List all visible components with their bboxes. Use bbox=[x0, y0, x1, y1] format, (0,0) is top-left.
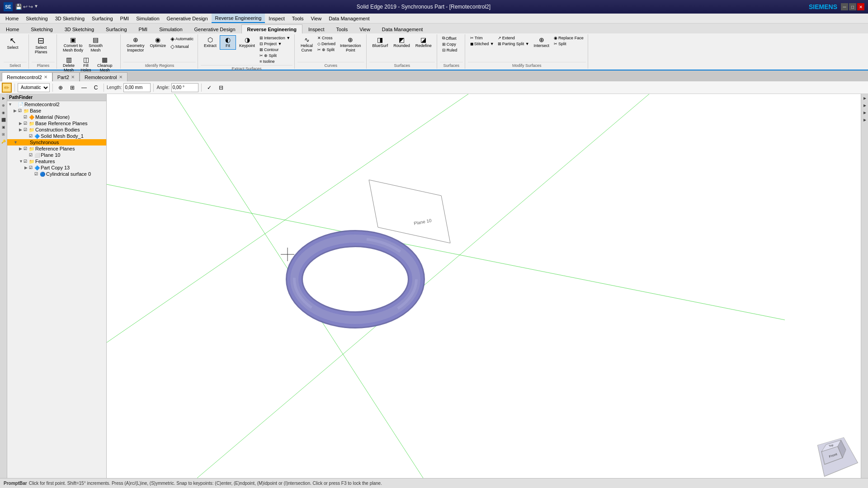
close-button[interactable]: ✕ bbox=[857, 3, 864, 10]
tree-expand[interactable]: ▶ bbox=[24, 165, 29, 170]
menu-item-simulation[interactable]: Simulation bbox=[132, 14, 163, 23]
right-btn-4[interactable]: ▶ bbox=[862, 117, 868, 123]
ribbon-tab-home[interactable]: Home bbox=[0, 24, 25, 33]
menu-item-surfacing[interactable]: Surfacing bbox=[88, 14, 116, 23]
convert-mesh-button[interactable]: ▣ Convert toMesh Body bbox=[61, 35, 85, 54]
left-btn-3[interactable]: ◉ bbox=[0, 109, 7, 116]
ribbon-tab-tools[interactable]: Tools bbox=[330, 24, 354, 33]
tree-expand[interactable]: ▶ bbox=[19, 127, 24, 132]
snap-btn-3[interactable]: — bbox=[79, 83, 89, 93]
draw-line-tool[interactable]: ✏ bbox=[2, 83, 12, 93]
split3-button[interactable]: ✂ Split bbox=[552, 41, 585, 47]
ribbon-tab-reverse-engineering[interactable]: Reverse Engineering bbox=[241, 24, 302, 33]
menu-item-reverse-engineering[interactable]: Reverse Engineering bbox=[212, 14, 265, 23]
extract-button[interactable]: ⬡ Extract bbox=[202, 35, 219, 50]
ribbon-tab-inspect[interactable]: Inspect bbox=[302, 24, 330, 33]
left-btn-4[interactable]: ⬛ bbox=[0, 117, 7, 123]
doc-tab-close[interactable]: ✕ bbox=[44, 75, 47, 80]
maximize-button[interactable]: □ bbox=[849, 3, 856, 10]
tree-item-plane10[interactable]: ☑⬜Plane 10 bbox=[7, 152, 106, 158]
tree-item-material[interactable]: ☑🔶Material (None) bbox=[7, 114, 106, 120]
left-btn-2[interactable]: ⊕ bbox=[0, 102, 7, 108]
ribbon-tab-generative-design[interactable]: Generative Design bbox=[189, 24, 241, 33]
tree-item-solid-mesh[interactable]: ☑🔷Solid Mesh Body_1 bbox=[7, 133, 106, 139]
extend-button[interactable]: ↗ Extend bbox=[496, 35, 531, 41]
window-controls[interactable]: ─ □ ✕ bbox=[841, 3, 864, 10]
menu-item-pmi[interactable]: PMI bbox=[117, 14, 133, 23]
menu-item-inspect[interactable]: Inspect bbox=[265, 14, 288, 23]
length-input[interactable] bbox=[123, 83, 151, 92]
angle-input[interactable] bbox=[171, 83, 198, 92]
bluesurf-button[interactable]: ◨ BlueSurf bbox=[370, 35, 391, 50]
left-btn-5[interactable]: ▣ bbox=[0, 124, 7, 130]
delete-mesh-button[interactable]: ▥ DeleteMesh bbox=[61, 55, 77, 74]
doc-tab-close[interactable]: ✕ bbox=[119, 75, 123, 80]
planes-button[interactable]: ⊟ SelectPlanes bbox=[33, 35, 50, 56]
redefine-button[interactable]: ◪ Redefine bbox=[413, 35, 434, 50]
cleanup-mesh-button[interactable]: ▦ CleanupMesh bbox=[95, 55, 115, 74]
tree-check[interactable]: ☑ bbox=[29, 153, 34, 157]
ribbon-tab-view[interactable]: View bbox=[354, 24, 376, 33]
tree-item-cylindrical[interactable]: ☑🔵Cylindrical surface 0 bbox=[7, 171, 106, 177]
offset-button[interactable]: ⧉ Offset bbox=[441, 35, 459, 41]
menu-item-tools[interactable]: Tools bbox=[288, 14, 307, 23]
derived-button[interactable]: ◇ Derived bbox=[316, 41, 337, 47]
right-btn-2[interactable]: ▶ bbox=[862, 102, 868, 108]
snap-btn-4[interactable]: C bbox=[91, 83, 101, 93]
tree-expand[interactable]: ▼ bbox=[14, 140, 18, 145]
geometry-inspector-button[interactable]: ⊕ GeometryInspector bbox=[124, 35, 147, 54]
cross-button[interactable]: ✕ Cross bbox=[316, 35, 337, 41]
select-button[interactable]: ↖ Select bbox=[5, 35, 21, 52]
tree-expand[interactable]: ▶ bbox=[19, 146, 24, 151]
ruled-button[interactable]: ⊟ Ruled bbox=[441, 47, 459, 53]
split2-button[interactable]: ✂ ⊕ Split bbox=[316, 47, 337, 52]
replace-face-button[interactable]: ◉ Replace Face bbox=[552, 35, 585, 41]
right-btn-3[interactable]: ▶ bbox=[862, 109, 868, 116]
intersect-button[interactable]: ⊕ Intersect bbox=[532, 35, 552, 50]
tree-check[interactable]: ☑ bbox=[24, 127, 29, 132]
tree-item-base-ref-planes[interactable]: ▶☑📁Base Reference Planes bbox=[7, 120, 106, 127]
tree-item-synchronous[interactable]: ▼Synchronous bbox=[7, 139, 106, 145]
ribbon-tab-3d-sketching[interactable]: 3D Sketching bbox=[59, 24, 100, 33]
fit-button[interactable]: ◐ Fit bbox=[220, 35, 236, 50]
fill-holes-button[interactable]: ◫ FillHoles bbox=[78, 55, 94, 74]
tree-item-construction[interactable]: ▶☑📁Construction Bodies bbox=[7, 127, 106, 133]
tree-item-partcopy13[interactable]: ▶☑🔷Part Copy 13 bbox=[7, 164, 106, 171]
tree-expand[interactable]: ▶ bbox=[19, 121, 24, 126]
intersection-button[interactable]: ⊞ Intersection ▼ bbox=[258, 35, 292, 41]
menu-item-sketching[interactable]: Sketching bbox=[22, 14, 51, 23]
menu-item-data-management[interactable]: Data Management bbox=[325, 14, 373, 23]
menu-item-view[interactable]: View bbox=[307, 14, 326, 23]
menu-item-home[interactable]: Home bbox=[2, 14, 22, 23]
split-button[interactable]: ✂ ⊕ Split bbox=[258, 53, 292, 58]
ribbon-tab-surfacing[interactable]: Surfacing bbox=[100, 24, 132, 33]
tree-item-ref-planes[interactable]: ▶☑📁Reference Planes bbox=[7, 145, 106, 152]
cancel-button[interactable]: ⊟ bbox=[216, 83, 226, 93]
doc-tab-remotecontrol2[interactable]: Remotecontrol2✕ bbox=[2, 72, 52, 81]
parting-split-button[interactable]: ⊠ Parting Split ▼ bbox=[496, 41, 531, 47]
ribbon-tab-sketching[interactable]: Sketching bbox=[25, 24, 58, 33]
project-button[interactable]: ⊟ Project ▼ bbox=[258, 41, 292, 47]
tree-check[interactable]: ☑ bbox=[29, 165, 34, 170]
doc-tab-close[interactable]: ✕ bbox=[71, 75, 75, 80]
ribbon-tab-data-management[interactable]: Data Management bbox=[376, 24, 429, 33]
intersection-point-button[interactable]: ⊕ IntersectionPoint bbox=[338, 35, 363, 54]
tree-check[interactable]: ☑ bbox=[24, 159, 29, 164]
tree-check[interactable]: ☑ bbox=[24, 146, 29, 151]
mode-select[interactable]: Automatic Manual bbox=[18, 83, 50, 92]
tree-check[interactable]: ☑ bbox=[24, 121, 29, 126]
stitched-button[interactable]: ◼ Stitched ▼ bbox=[469, 41, 495, 47]
left-btn-1[interactable]: ▶ bbox=[0, 95, 7, 101]
left-btn-6[interactable]: ⊞ bbox=[0, 131, 7, 137]
viewcube[interactable]: Front Top bbox=[817, 437, 858, 477]
ribbon-tab-pmi[interactable]: PMI bbox=[133, 24, 154, 33]
tree-expand[interactable]: ▼ bbox=[8, 102, 13, 107]
contour-button[interactable]: ⊠ Contour bbox=[258, 47, 292, 52]
keypoint-button[interactable]: ◑ Keypoint bbox=[237, 35, 257, 50]
doc-tab-remotecontrol[interactable]: Remotecontrol✕ bbox=[80, 72, 127, 81]
helical-curve-button[interactable]: ∿ HelicalCurve bbox=[298, 35, 315, 54]
copy-button[interactable]: ⊞ Copy bbox=[441, 42, 459, 47]
manual-button[interactable]: ◇ Manual bbox=[169, 43, 195, 50]
tree-expand[interactable]: ▼ bbox=[19, 159, 24, 164]
check-button[interactable]: ✓ bbox=[204, 83, 214, 93]
